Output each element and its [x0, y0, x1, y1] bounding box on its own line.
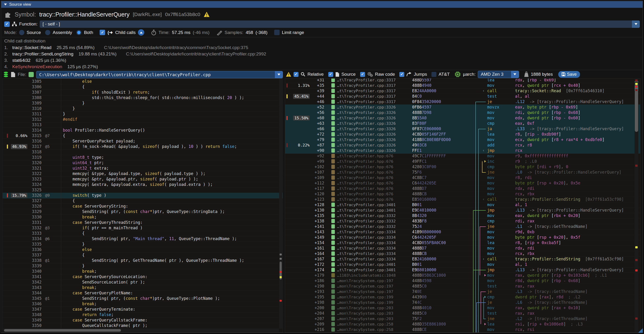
uarch-combo-arrow[interactable] [511, 71, 519, 78]
source-line[interactable]: 3341 case ServerQuerySourceLocation: [2, 274, 283, 280]
asm-row[interactable]: +161…t\TracyProfiler.cpp:3334488BD7movrd… [285, 246, 640, 251]
asm-row[interactable]: +120…t\TracyProfiler.hpp:676488BCBmovrcx… [285, 191, 640, 197]
vertical-scrollbar[interactable] [634, 79, 638, 332]
asm-row[interactable]: +154…t\TracyProfiler.cpp:33344C8D055FBA0… [285, 240, 640, 246]
source-line[interactable]: 3337 { [2, 252, 283, 258]
source-line[interactable]: 3334@6 SendString( ptr, "Main thread", 1… [2, 236, 283, 242]
asm-row[interactable]: +130…t\TracyProfiler.cpp:3401E9E4010000j… [285, 208, 640, 213]
asm-row[interactable]: +207…mon\TracySystem.cpp:20375F2jne.L2 -… [285, 316, 640, 322]
resize-grip[interactable] [638, 328, 643, 333]
asm-row[interactable]: +204…mon\TracySystem.cpp:2034885C0testra… [285, 311, 640, 316]
source-line[interactable]: 3347 case ServerQueryTerminate: [2, 307, 283, 312]
radio-both[interactable] [76, 30, 82, 35]
source-line[interactable]: 3344 case ServerQueryPlotName: [2, 290, 283, 296]
source-line[interactable]: 3338@1 SendString( ptr, GetThreadName( p… [2, 258, 283, 263]
function-checkbox[interactable]: ✓ [4, 21, 10, 27]
asm-row[interactable]: +143…t\TracyProfiler.cpp:333441B90B00000… [285, 229, 640, 235]
child-call-row[interactable]: 1.tracy::Socket::Read25.25 ms (54.89%)C:… [4, 45, 640, 51]
asm-row[interactable]: 15.50%+60…t\TracyProfiler.cpp:33268B55A0… [285, 115, 640, 121]
asm-row[interactable]: 1.31%+35…t\TracyProfiler.cpp:3317488B494… [285, 83, 640, 88]
asm-row[interactable]: +112…t\TracyProfiler.hpp:676C64424205Emo… [285, 180, 640, 186]
asm-row[interactable]: +99…t\TracyProfiler.hpp:67649FFC1incr9 ;… [285, 159, 640, 165]
asm-row[interactable]: 0.22%+87…t\TracyProfiler.cpp:33264903C8a… [285, 143, 640, 148]
limit-range-checkbox[interactable] [274, 30, 280, 35]
source-line[interactable]: 3336 else [2, 247, 283, 253]
source-line[interactable]: 3309 } [2, 101, 283, 106]
relative-checkbox[interactable]: ✓ [294, 72, 298, 77]
asm-row[interactable]: +31…t\TracyProfiler.cpp:3317488D5597lear… [285, 78, 640, 83]
source-line[interactable]: 3313 [2, 122, 283, 128]
source-line[interactable]: 3350 QueueCallstackFrame( ptr ); [2, 323, 283, 329]
asm-row[interactable]: +164…t\TracyProfiler.cpp:3334488BCBmovrc… [285, 251, 640, 257]
vertical-scrollbar[interactable] [279, 79, 282, 329]
asm-row[interactable]: +135…t\TracyProfiler.cpp:33328B4320movea… [285, 213, 640, 219]
source-line[interactable]: 3320 uint64_t ptr; [2, 160, 283, 166]
asm-row[interactable]: +179…1103\include\atomic:1048488B05B63C1… [285, 273, 640, 278]
asm-row[interactable]: +92…t\TracyProfiler.hpp:67649C7C1FFFFFFF… [285, 153, 640, 159]
asm-row[interactable]: +109…t\TracyProfiler.hpp:6764C8BC7movr8,… [285, 175, 640, 181]
source-line[interactable]: 3323 memcpy( &ptr, &payload.ptr, sizeof(… [2, 176, 283, 182]
file-combo[interactable]: C:\Users\wolf\Desktop\darkrl\contrib\tra… [36, 71, 283, 78]
collapse-distribution-button[interactable] [138, 29, 144, 36]
source-line[interactable]: 3324 memcpy( &extra, &payload.extra, siz… [2, 182, 283, 187]
collapse-triangle-icon[interactable] [4, 3, 7, 5]
source-line[interactable]: 3307 if( shouldExit ) return; [2, 90, 283, 95]
source-line[interactable]: 3308 std::this_thread::sleep_for( std::c… [2, 95, 283, 101]
asm-row[interactable]: +90…t\TracyProfiler.cpp:3326FFE1‹jmprcx [285, 148, 640, 154]
source-line[interactable]: 3318 [2, 149, 283, 155]
window-titlebar[interactable]: Source view [1, 1, 643, 8]
source-pane[interactable]: 3305 else3306 {3307 if( shouldExit ) ret… [2, 78, 283, 333]
asm-row[interactable]: +172…t\TracyProfiler.cpp:3401B001moval, … [285, 262, 640, 268]
asm-row[interactable]: +190…mon\TracySystem.cpp:1974885C0testra… [285, 284, 640, 289]
source-line[interactable]: 3339 } [2, 263, 283, 269]
source-line[interactable]: 3328 case ServerQueryString: [2, 203, 283, 209]
vertical-scrollbar-thumb[interactable] [635, 85, 638, 132]
asm-row[interactable]: +128…t\TracyProfiler.cpp:3401B001moval, … [285, 202, 640, 208]
source-line[interactable]: 3306 { [2, 84, 283, 90]
source-line[interactable]: 3310 } [2, 106, 283, 112]
source-line[interactable]: 3333 { [2, 231, 283, 236]
source-line[interactable]: 3321 uint32_t extra; [2, 166, 283, 171]
asm-row[interactable]: 45.41%+44…t\TracyProfiler.cpp:331784C0te… [285, 94, 640, 99]
asm-row[interactable]: +46…t\TracyProfiler.cpp:33170F8435020000… [285, 99, 640, 105]
source-line[interactable]: 3349 case ServerQueryCallstackFrame: [2, 318, 283, 323]
source-line[interactable]: 3331 case ServerQueryThreadString: [2, 220, 283, 225]
jumps-checkbox[interactable]: ✓ [399, 72, 404, 77]
horizontal-scrollbar[interactable] [3, 329, 279, 332]
child-call-row[interactable]: 4.KeSynchronizeExecution125 µs (0.27%) [4, 64, 640, 70]
asm-row[interactable]: +123…t\TracyProfiler.hpp:676E850160000‹c… [285, 197, 640, 202]
horizontal-scrollbar-thumb[interactable] [4, 329, 121, 332]
function-combo-arrow[interactable] [632, 20, 640, 28]
source-line[interactable]: 3311} [2, 111, 283, 117]
asm-row[interactable]: +117…t\TracyProfiler.hpp:676488BD7movrdx… [285, 186, 640, 191]
asm-row[interactable]: +102…t\TracyProfiler.hpp:67642803C0F00cm… [285, 164, 640, 170]
asm-row[interactable]: +79…t\TracyProfiler.cpp:3326418B8C80E0BF… [285, 137, 640, 143]
source-line[interactable]: 3340 break; [2, 269, 283, 274]
radio-assembly[interactable] [45, 30, 50, 35]
asm-row[interactable]: +200…mon\TracySystem.cpp:203488B4010movr… [285, 305, 640, 311]
source-line[interactable]: 0.66%3315@7{ [2, 133, 283, 139]
asm-row[interactable]: +216…mon\TracySystem.cpp:258488BCEmovrcx… [285, 327, 640, 333]
raw-code-checkbox[interactable]: ✓ [360, 72, 365, 77]
asm-row[interactable]: +141…t\TracyProfiler.cpp:33327524jne.L1 … [285, 224, 640, 229]
source-line[interactable]: 3327 { [2, 198, 283, 204]
asm-row[interactable]: +167…t\TracyProfiler.cpp:3334E824160000‹… [285, 256, 640, 262]
asm-row[interactable]: +209…mon\TracySystem.cpp:258488D35E88610… [285, 322, 640, 327]
source-line[interactable]: 3312#endif [2, 117, 283, 122]
asm-row[interactable]: +63…t\TracyProfiler.cpp:332683F80Fcmpeax… [285, 121, 640, 126]
source-checkbox[interactable]: ✓ [328, 72, 333, 77]
source-line[interactable]: 3329 SendString( ptr, (const char*)ptr, … [2, 209, 283, 215]
source-line[interactable]: 3343 break; [2, 285, 283, 291]
source-line[interactable]: 15.79%3326@9 switch( type ) [2, 193, 283, 198]
asm-row[interactable]: +39…t\TracyProfiler.cpp:3317E824AA0000‹c… [285, 88, 640, 94]
function-combo[interactable]: [ - self - ] [40, 20, 640, 28]
source-line[interactable]: 3342 SendSourceLocation( ptr ); [2, 280, 283, 285]
source-line[interactable]: 3332@3 if( ptr == m_mainThread ) [2, 225, 283, 231]
asm-row[interactable]: +138…t\TracyProfiler.cpp:3332483BF8cmprd… [285, 218, 640, 224]
source-line[interactable]: 3316 ServerQueryPacket payload; [2, 139, 283, 144]
assembly-pane[interactable]: +31…t\TracyProfiler.cpp:3317488D5597lear… [285, 78, 640, 333]
asm-row[interactable]: +72…t\TracyProfiler.cpp:33264C8D05F146F2… [285, 132, 640, 137]
asm-row[interactable]: +186…mon\TracySystem.cpp:197448B4598movr… [285, 278, 640, 284]
asm-row[interactable]: +149…t\TracyProfiler.cpp:3334C64424205Fm… [285, 235, 640, 240]
radio-source[interactable] [19, 30, 24, 35]
